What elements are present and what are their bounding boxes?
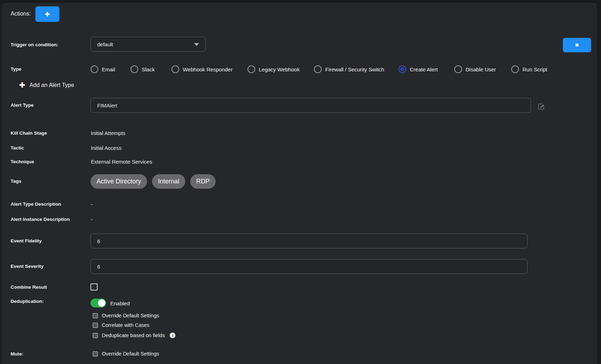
mute-override-default-settings-row[interactable]: Override Default Settings — [93, 351, 159, 357]
trigger-condition-select[interactable]: default — [91, 37, 206, 52]
add-action-button[interactable]: ✚ — [35, 6, 59, 22]
dedup-based-on-fields-row[interactable]: Deduplicate based on fields i — [93, 333, 175, 338]
alert-action-config-screen: Actions: ✚ Trigger on condition: default… — [0, 0, 601, 364]
type-radio-disable-user[interactable]: Disable User — [454, 65, 496, 73]
add-alert-type-link[interactable]: ✚ Add an Alert Type — [19, 81, 74, 90]
event-severity-input[interactable] — [91, 259, 527, 274]
checkbox-icon[interactable] — [93, 351, 98, 357]
alert-type-label: Alert Type — [11, 102, 34, 108]
checkbox-icon[interactable] — [93, 323, 98, 328]
deduplication-toggle[interactable] — [91, 299, 106, 307]
toggle-knob-icon — [98, 299, 105, 307]
radio-label: Legacy Webhook — [259, 66, 300, 72]
checkbox-label: Deduplicate based on fields — [102, 333, 165, 338]
tag-pill[interactable]: Internal — [152, 174, 185, 189]
checkbox-label: Override Default Settings — [102, 351, 159, 357]
alert-instance-description-label: Alert Instance Description — [11, 217, 70, 222]
trigger-condition-label: Trigger on condition: — [11, 42, 58, 47]
checkbox-label: Correlate with Cases — [102, 322, 150, 328]
tags-list: Active Directory Internal RDP — [91, 174, 216, 189]
radio-icon — [171, 65, 179, 73]
kill-chain-stage-value: Initial Attempts — [91, 130, 126, 136]
dedup-correlate-with-cases-row[interactable]: Correlate with Cases — [93, 322, 150, 328]
tag-pill[interactable]: Active Directory — [91, 174, 147, 189]
plus-icon: ✚ — [19, 81, 25, 90]
radio-label: Firewall / Security Switch — [325, 66, 384, 72]
actions-label: Actions: — [11, 11, 31, 17]
radio-label: Slack — [142, 66, 155, 72]
radio-icon — [454, 65, 462, 73]
radio-selected-icon — [398, 65, 406, 73]
alert-type-input[interactable] — [91, 98, 531, 113]
radio-icon — [247, 65, 255, 73]
type-radio-slack[interactable]: Slack — [130, 65, 155, 73]
remove-action-button[interactable]: ✖ — [563, 38, 591, 52]
deduplication-label: Deduplication: — [11, 299, 44, 304]
radio-label: Create Alert — [410, 66, 438, 72]
radio-label: Disable User — [466, 66, 496, 72]
combine-result-label: Combine Result — [11, 284, 47, 290]
event-fidelity-label: Event Fidelity — [11, 238, 42, 243]
type-radio-email[interactable]: Email — [91, 65, 115, 73]
checkbox-icon[interactable] — [93, 313, 98, 318]
edit-pencil-icon[interactable] — [537, 102, 545, 110]
type-label: Type — [11, 66, 22, 72]
tactic-value: Initial Access — [91, 145, 122, 151]
radio-icon — [91, 65, 98, 73]
alert-type-description-label: Alert Type Description — [11, 201, 61, 207]
event-fidelity-input[interactable] — [91, 234, 527, 248]
type-radio-run-script[interactable]: Run Script — [511, 65, 547, 73]
event-severity-label: Event Severity — [11, 264, 43, 269]
radio-label: Webhook Responder — [183, 66, 233, 72]
add-alert-type-label: Add an Alert Type — [30, 82, 74, 88]
alert-instance-description-value: - — [91, 216, 93, 222]
tags-label: Tags — [11, 178, 22, 184]
radio-icon — [130, 65, 138, 73]
deduplication-toggle-state: Enabled — [110, 300, 130, 306]
radio-label: Run Script — [523, 66, 547, 72]
checkbox-icon[interactable] — [93, 333, 98, 338]
kill-chain-stage-label: Kill Chain Stage — [11, 130, 47, 136]
mute-label: Mute: — [11, 351, 23, 357]
alert-type-description-value: - — [91, 201, 93, 207]
type-radio-firewall-security-switch[interactable]: Firewall / Security Switch — [314, 65, 384, 73]
type-radio-legacy-webhook[interactable]: Legacy Webhook — [247, 65, 300, 73]
dedup-override-default-settings-row[interactable]: Override Default Settings — [93, 313, 159, 318]
trigger-condition-value: default — [97, 41, 113, 47]
info-icon[interactable]: i — [170, 333, 175, 338]
type-radio-create-alert[interactable]: Create Alert — [398, 65, 438, 73]
radio-icon — [314, 65, 322, 73]
technique-label: Technique — [11, 159, 34, 164]
tactic-label: Tactic — [11, 145, 24, 151]
combine-result-checkbox[interactable] — [91, 283, 98, 290]
type-radio-webhook-responder[interactable]: Webhook Responder — [171, 65, 233, 73]
chevron-down-icon — [194, 43, 199, 46]
technique-value: External Remote Services — [91, 159, 152, 165]
close-icon: ✖ — [575, 42, 579, 48]
radio-icon — [511, 65, 519, 73]
radio-label: Email — [102, 66, 115, 72]
plus-icon: ✚ — [45, 11, 49, 18]
tag-pill[interactable]: RDP — [190, 174, 216, 189]
checkbox-label: Override Default Settings — [102, 313, 159, 318]
